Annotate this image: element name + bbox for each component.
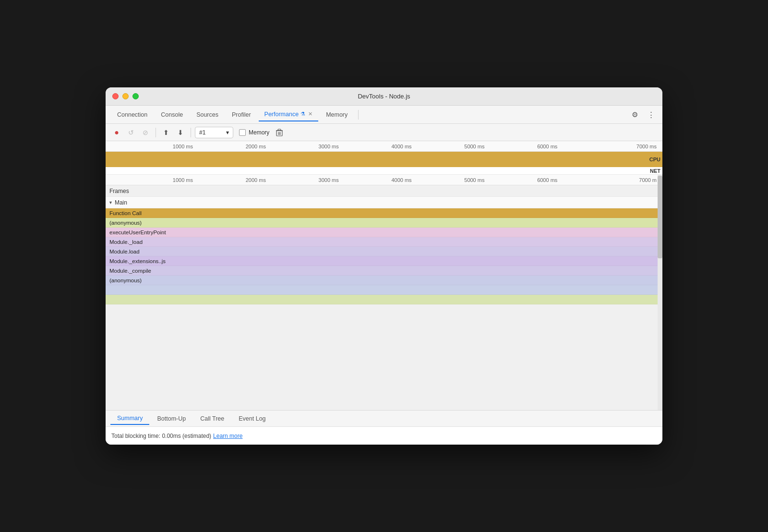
memory-checkbox-text: Memory — [249, 129, 269, 136]
flame-row-module-load[interactable]: Module._load — [106, 237, 662, 247]
close-button[interactable] — [112, 93, 119, 99]
flame-row-function-call[interactable]: Function Call — [106, 208, 662, 218]
tab-summary[interactable]: Summary — [110, 412, 149, 425]
flame-label-module-load2: Module.load — [108, 249, 140, 254]
upload-button[interactable]: ⬆ — [160, 126, 172, 139]
ruler-tick-5: 5000 ms — [438, 144, 511, 149]
window-title: DevTools - Node.js — [358, 93, 410, 100]
ruler-tick-4: 4000 ms — [365, 144, 438, 149]
flame-row-anonymous1[interactable]: (anonymous) — [106, 218, 662, 228]
dropdown-arrow-icon: ▾ — [226, 129, 229, 136]
flame-label-anonymous2: (anonymous) — [108, 278, 142, 283]
tab-profiler[interactable]: Profiler — [226, 109, 257, 121]
tab-performance-close[interactable]: ✕ — [308, 111, 312, 117]
frames-row: Frames — [106, 185, 662, 197]
flame-rows: Function Call (anonymous) executeUserEnt… — [106, 208, 662, 304]
recording-selector[interactable]: #1 ▾ — [195, 127, 233, 138]
frames-label: Frames — [109, 188, 129, 194]
main-ruler-tick-6: 6000 ms — [511, 177, 584, 183]
flame-row-execute[interactable]: executeUserEntryPoint — [106, 228, 662, 237]
toolbar-divider-1 — [156, 128, 156, 137]
tab-connection[interactable]: Connection — [111, 109, 153, 121]
flame-label-module-load: Module._load — [108, 239, 143, 245]
vertical-scrollbar[interactable] — [658, 175, 662, 410]
ruler-tick-2: 2000 ms — [219, 144, 292, 149]
ruler-tick-7: 7000 ms — [584, 144, 658, 149]
main-section-header[interactable]: ▼ Main — [106, 197, 662, 208]
tab-memory[interactable]: Memory — [320, 109, 353, 121]
net-label: NET — [650, 168, 660, 174]
ruler-tick-6: 6000 ms — [511, 144, 584, 149]
performance-flask-icon: ⚗ — [300, 111, 305, 117]
scrollbar-thumb — [658, 176, 662, 258]
nav-right: ⚙ ⋮ — [629, 109, 657, 121]
flame-label-extensions: Module._extensions..js — [108, 258, 166, 264]
flame-row-module-load2[interactable]: Module.load — [106, 247, 662, 256]
download-button[interactable]: ⬇ — [174, 126, 187, 139]
main-ruler-tick-1: 1000 ms — [146, 177, 219, 183]
toolbar: ● ↺ ⊘ ⬆ ⬇ #1 ▾ Memory — [106, 124, 662, 141]
clear-button[interactable]: ⊘ — [139, 126, 152, 139]
collapse-triangle-icon: ▼ — [108, 200, 113, 205]
ruler-tick-3: 3000 ms — [292, 144, 365, 149]
main-content: 1000 ms 2000 ms 3000 ms 4000 ms 5000 ms … — [106, 175, 662, 410]
titlebar: DevTools - Node.js — [106, 87, 662, 106]
settings-button[interactable]: ⚙ — [629, 109, 640, 121]
maximize-button[interactable] — [132, 93, 139, 99]
more-button[interactable]: ⋮ — [645, 109, 657, 121]
flame-row-detail2[interactable] — [106, 295, 662, 304]
traffic-lights — [112, 93, 139, 99]
flame-row-compile[interactable]: Module._compile — [106, 266, 662, 276]
trash-icon — [276, 129, 283, 136]
delete-recording-button[interactable] — [273, 126, 286, 139]
memory-checkbox-label[interactable]: Memory — [239, 129, 269, 136]
reload-button[interactable]: ↺ — [125, 126, 137, 139]
minimize-button[interactable] — [122, 93, 129, 99]
flame-row-extensions[interactable]: Module._extensions..js — [106, 256, 662, 266]
memory-checkbox[interactable] — [239, 129, 246, 136]
tab-event-log[interactable]: Event Log — [232, 413, 272, 424]
bottom-tabs: Summary Bottom-Up Call Tree Event Log — [106, 410, 662, 426]
record-button[interactable]: ● — [110, 126, 123, 139]
svg-rect-2 — [278, 129, 281, 131]
main-ruler-tick-3: 3000 ms — [292, 177, 365, 183]
recording-name: #1 — [199, 129, 205, 136]
main-ruler-tick-4: 4000 ms — [365, 177, 438, 183]
main-section-label: Main — [115, 199, 127, 206]
cpu-bar: CPU — [106, 152, 662, 167]
timeline-ruler-top: 1000 ms 2000 ms 3000 ms 4000 ms 5000 ms … — [106, 141, 662, 152]
main-ruler-tick-7: 7000 m — [584, 177, 658, 183]
tab-console[interactable]: Console — [155, 109, 189, 121]
nav-bar: Connection Console Sources Profiler Perf… — [106, 106, 662, 124]
flame-label-execute: executeUserEntryPoint — [108, 230, 166, 235]
tab-call-tree[interactable]: Call Tree — [193, 413, 231, 424]
net-bar: NET — [106, 167, 662, 175]
nav-separator — [358, 110, 359, 120]
devtools-window: DevTools - Node.js Connection Console So… — [106, 87, 662, 445]
flame-label-compile: Module._compile — [108, 268, 151, 274]
status-text: Total blocking time: 0.00ms (estimated) — [111, 433, 211, 439]
tab-performance-label: Performance — [264, 111, 299, 118]
toolbar-divider-2 — [191, 128, 191, 137]
ruler-tick-1: 1000 ms — [146, 144, 219, 149]
flame-row-anonymous2[interactable]: (anonymous) — [106, 276, 662, 285]
flame-label-function-call: Function Call — [108, 210, 142, 216]
flame-label-anonymous1: (anonymous) — [108, 220, 142, 226]
main-ruler-tick-2: 2000 ms — [219, 177, 292, 183]
learn-more-link[interactable]: Learn more — [213, 433, 242, 439]
tab-performance[interactable]: Performance ⚗ ✕ — [259, 108, 319, 121]
status-bar: Total blocking time: 0.00ms (estimated) … — [106, 426, 662, 445]
cpu-label: CPU — [649, 157, 660, 162]
tab-bottom-up[interactable]: Bottom-Up — [150, 413, 192, 424]
tab-sources[interactable]: Sources — [191, 109, 224, 121]
main-ruler-tick-5: 5000 ms — [438, 177, 511, 183]
flame-row-detail1[interactable] — [106, 285, 662, 295]
timeline-ruler-main: 1000 ms 2000 ms 3000 ms 4000 ms 5000 ms … — [106, 175, 662, 185]
